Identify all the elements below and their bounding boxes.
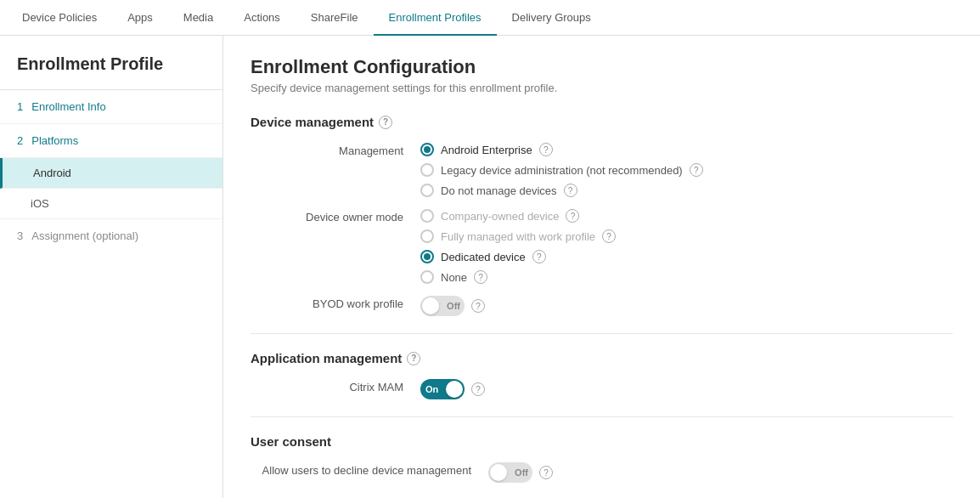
byod-toggle[interactable]: Off: [420, 296, 465, 316]
none-label: None: [441, 271, 467, 284]
sidebar: Enrollment Profile 1 Enrollment Info 2 P…: [0, 36, 223, 498]
company-owned-help-icon[interactable]: ?: [566, 209, 579, 223]
company-owned-label: Company-owned device: [441, 210, 559, 223]
byod-field: BYOD work profile Off ?: [251, 296, 953, 316]
radio-circle-fully-managed: [420, 229, 434, 243]
ios-label: iOS: [31, 197, 49, 210]
allow-decline-field: Allow users to decline device management…: [251, 462, 953, 483]
radio-legacy-device[interactable]: Legacy device administration (not recomm…: [420, 163, 953, 177]
step-number-2: 2: [17, 134, 23, 147]
nav-item-sharefile[interactable]: ShareFile: [296, 0, 374, 36]
byod-help-icon[interactable]: ?: [471, 299, 485, 313]
device-owner-mode-field: Device owner mode Company-owned device ?…: [251, 209, 953, 284]
citrix-mam-field: Citrix MAM On ?: [251, 379, 953, 399]
step-label-platforms: Platforms: [31, 134, 78, 147]
dedicated-device-help-icon[interactable]: ?: [532, 250, 546, 263]
citrix-mam-toggle[interactable]: On: [420, 379, 465, 399]
top-nav: Device Policies Apps Media Actions Share…: [0, 0, 980, 36]
fully-managed-help-icon[interactable]: ?: [602, 229, 616, 243]
divider-2: [251, 416, 953, 417]
nav-item-device-policies[interactable]: Device Policies: [7, 0, 112, 36]
nav-item-actions[interactable]: Actions: [228, 0, 296, 36]
citrix-mam-help-icon[interactable]: ?: [471, 382, 485, 396]
allow-decline-label: Allow users to decline device management: [251, 462, 488, 477]
radio-circle-do-not-manage: [420, 184, 434, 197]
radio-dedicated-device[interactable]: Dedicated device ?: [420, 250, 953, 263]
radio-circle-dedicated: [420, 250, 434, 263]
step-number-1: 1: [17, 100, 23, 113]
sidebar-item-enrollment-info[interactable]: 1 Enrollment Info: [0, 90, 222, 124]
allow-decline-toggle[interactable]: Off: [488, 462, 532, 483]
allow-decline-help-icon[interactable]: ?: [539, 466, 553, 479]
byod-label: BYOD work profile: [251, 296, 420, 310]
radio-circle-none: [420, 270, 434, 284]
do-not-manage-help-icon[interactable]: ?: [564, 184, 577, 197]
app-management-heading: Application management: [251, 351, 402, 365]
radio-circle-company-owned: [420, 209, 434, 223]
user-consent-section: User consent Allow users to decline devi…: [251, 434, 953, 483]
nav-item-enrollment-profiles[interactable]: Enrollment Profiles: [374, 0, 497, 36]
citrix-mam-controls: On ?: [420, 379, 953, 399]
radio-circle-android-enterprise: [420, 143, 434, 156]
management-label: Management: [251, 143, 420, 157]
android-enterprise-help-icon[interactable]: ?: [539, 143, 553, 156]
citrix-mam-label: Citrix MAM: [251, 379, 420, 393]
do-not-manage-label: Do not manage devices: [441, 184, 557, 197]
sidebar-item-platforms[interactable]: 2 Platforms: [0, 124, 222, 158]
divider-1: [251, 333, 953, 334]
android-label: Android: [33, 167, 71, 179]
byod-controls: Off ?: [420, 296, 953, 316]
page-title: Enrollment Configuration: [251, 56, 953, 78]
legacy-device-label: Legacy device administration (not recomm…: [441, 164, 683, 177]
byod-toggle-knob: [422, 297, 439, 314]
citrix-mam-toggle-label: On: [425, 384, 438, 394]
device-management-section: Device management ? Management Android E…: [251, 115, 953, 316]
legacy-device-help-icon[interactable]: ?: [690, 163, 703, 177]
management-controls: Android Enterprise ? Legacy device admin…: [420, 143, 953, 197]
device-management-heading: Device management: [251, 115, 374, 129]
step-label-assignment: Assignment (optional): [31, 229, 138, 242]
allow-decline-toggle-knob: [490, 464, 507, 481]
sidebar-sub-item-android[interactable]: Android: [0, 158, 222, 189]
management-field: Management Android Enterprise ? Legacy d…: [251, 143, 953, 197]
main-content: Enrollment Configuration Specify device …: [223, 36, 980, 498]
step-number-3: 3: [17, 229, 23, 242]
radio-android-enterprise[interactable]: Android Enterprise ?: [420, 143, 953, 156]
radio-do-not-manage[interactable]: Do not manage devices ?: [420, 184, 953, 197]
allow-decline-controls: Off ?: [488, 462, 953, 483]
step-label-enrollment-info: Enrollment Info: [31, 100, 105, 113]
sidebar-title: Enrollment Profile: [0, 36, 222, 90]
radio-none[interactable]: None ?: [420, 270, 953, 284]
byod-toggle-label: Off: [447, 301, 460, 311]
device-management-help-icon[interactable]: ?: [379, 116, 392, 129]
allow-decline-toggle-label: Off: [515, 467, 528, 478]
application-management-section: Application management ? Citrix MAM On ?: [251, 351, 953, 399]
nav-item-media[interactable]: Media: [168, 0, 228, 36]
device-owner-mode-controls: Company-owned device ? Fully managed wit…: [420, 209, 953, 284]
page-subtitle: Specify device management settings for t…: [251, 82, 953, 94]
app-management-help-icon[interactable]: ?: [407, 352, 420, 365]
user-consent-heading: User consent: [251, 434, 331, 449]
none-help-icon[interactable]: ?: [474, 270, 487, 284]
nav-item-apps[interactable]: Apps: [112, 0, 168, 36]
sidebar-item-assignment[interactable]: 3 Assignment (optional): [0, 219, 222, 252]
citrix-mam-toggle-knob: [446, 381, 463, 398]
device-owner-mode-label: Device owner mode: [251, 209, 420, 224]
android-enterprise-label: Android Enterprise: [441, 144, 532, 156]
fully-managed-label: Fully managed with work profile: [441, 230, 595, 243]
radio-company-owned[interactable]: Company-owned device ?: [420, 209, 953, 223]
radio-circle-legacy: [420, 163, 434, 177]
dedicated-device-label: Dedicated device: [441, 251, 526, 263]
sidebar-sub-item-ios[interactable]: iOS: [0, 189, 222, 219]
nav-item-delivery-groups[interactable]: Delivery Groups: [497, 0, 606, 36]
radio-fully-managed[interactable]: Fully managed with work profile ?: [420, 229, 953, 243]
